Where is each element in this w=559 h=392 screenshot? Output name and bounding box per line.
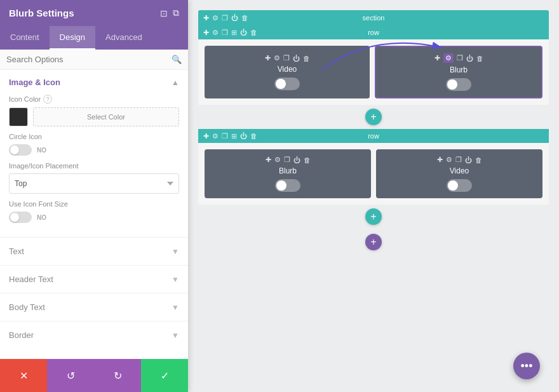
section-text-header[interactable]: Text ▼ <box>0 237 188 265</box>
section-image-icon-title: Image & Icon <box>9 78 60 87</box>
row-bar-1: ✚ ⚙ ❐ ⊞ ⏻ 🗑 row <box>198 25 549 39</box>
blurb2-power-icon[interactable]: ⏻ <box>293 156 300 164</box>
section-image-icon-header[interactable]: Image & Icon ▲ <box>0 70 188 92</box>
video2-gear-icon[interactable]: ⚙ <box>446 156 452 164</box>
placement-label: Image/Icon Placement <box>9 162 179 170</box>
settings-panel: Blurb Settings ⊡ ⧉ Content Design Advanc… <box>0 0 188 392</box>
module-card-blurb-2-label: Blurb <box>279 166 297 175</box>
module-video2-icons: ✚ ⚙ ❐ ⏻ 🗑 <box>437 156 482 164</box>
module-video2-toggle[interactable] <box>447 179 472 192</box>
row2-col-icon[interactable]: ⊞ <box>231 132 237 140</box>
use-icon-font-size-toggle[interactable] <box>9 212 32 223</box>
row-1-label: row <box>368 29 379 36</box>
video2-power-icon[interactable]: ⏻ <box>465 156 472 164</box>
canvas-area: ✚ ⚙ ❐ ⏻ 🗑 section ✚ ⚙ ❐ ⊞ ⏻ 🗑 row <box>188 0 559 392</box>
row2-gear-icon[interactable]: ⚙ <box>212 132 219 140</box>
video2-add-icon[interactable]: ✚ <box>437 156 443 164</box>
add-row-circle-1[interactable]: + <box>365 109 382 125</box>
icon-color-help[interactable]: ? <box>43 95 52 104</box>
reset-button[interactable]: ↺ <box>47 359 94 392</box>
search-input[interactable] <box>6 55 172 64</box>
section-border-title: Border <box>9 330 34 340</box>
section-trash-icon[interactable]: 🗑 <box>241 14 248 22</box>
modules-row-1: ✚ ⚙ ❐ ⏻ 🗑 Video ✚ ⚙ ❐ <box>198 39 549 105</box>
row1-power-icon[interactable]: ⏻ <box>240 29 247 36</box>
circle-icon-label: Circle Icon <box>9 133 179 140</box>
video2-copy-icon[interactable]: ❐ <box>455 156 462 164</box>
mod1-gear-icon[interactable]: ⚙ <box>274 54 280 62</box>
blurb2-copy-icon[interactable]: ❐ <box>284 156 290 164</box>
mod1-power-icon[interactable]: ⏻ <box>293 55 300 62</box>
placement-select[interactable]: Top Left Right Bottom <box>9 173 179 194</box>
row1-add-icon[interactable]: ✚ <box>203 29 209 37</box>
section-body-text-header[interactable]: Body Text ▼ <box>0 293 188 321</box>
icon-color-label: Icon Color ? <box>9 95 179 104</box>
module-blurb2-toggle[interactable] <box>275 179 300 192</box>
row1-gear-icon[interactable]: ⚙ <box>212 29 219 37</box>
row-2-label: row <box>368 132 379 140</box>
circle-icon-toggle-label: NO <box>37 147 46 154</box>
module-1-toggle[interactable] <box>274 78 300 90</box>
section-label: section <box>363 14 385 22</box>
tab-advanced[interactable]: Advanced <box>95 26 152 50</box>
module-card-blurb-1-label: Blurb <box>450 65 468 74</box>
blurb2-gear-icon[interactable]: ⚙ <box>274 156 281 164</box>
section-power-icon[interactable]: ⏻ <box>231 14 238 22</box>
mod1-add-icon[interactable]: ✚ <box>265 54 271 62</box>
save-button[interactable]: ✓ <box>141 359 188 392</box>
add-section-button[interactable]: + <box>365 234 382 250</box>
redo-button[interactable]: ↻ <box>94 359 141 392</box>
section-bar: ✚ ⚙ ❐ ⏻ 🗑 section <box>198 10 549 25</box>
blurb1-add-icon[interactable]: ✚ <box>434 54 440 62</box>
tab-design[interactable]: Design <box>50 26 95 50</box>
blurb2-trash-icon[interactable]: 🗑 <box>304 156 311 164</box>
module-blurb-1-toggle[interactable] <box>446 78 471 91</box>
section-gear-icon[interactable]: ⚙ <box>212 14 219 22</box>
row2-power-icon[interactable]: ⏻ <box>240 132 247 140</box>
blurb1-trash-icon[interactable]: 🗑 <box>476 55 483 62</box>
select-color-button[interactable]: Select Color <box>33 107 179 126</box>
add-section-area: + <box>198 231 549 253</box>
cancel-button[interactable]: ✕ <box>0 359 47 392</box>
mod1-trash-icon[interactable]: 🗑 <box>303 55 310 62</box>
blurb1-copy-icon[interactable]: ❐ <box>457 54 463 62</box>
module-card-video-1: ✚ ⚙ ❐ ⏻ 🗑 Video <box>205 46 370 98</box>
panel-tabs: Content Design Advanced <box>0 26 188 50</box>
row2-copy-icon[interactable]: ❐ <box>222 132 228 140</box>
section-copy-icon[interactable]: ❐ <box>222 14 228 22</box>
border-chevron-down-icon: ▼ <box>172 331 179 340</box>
row1-trash-icon[interactable]: 🗑 <box>250 29 257 36</box>
header-text-chevron-down-icon: ▼ <box>172 275 179 284</box>
blurb2-add-icon[interactable]: ✚ <box>266 156 271 164</box>
row1-copy-icon[interactable]: ❐ <box>222 29 228 37</box>
section-add-icon[interactable]: ✚ <box>203 14 209 22</box>
section-image-icon-content: Icon Color ? Select Color Circle Icon NO… <box>0 92 188 237</box>
section-border-header[interactable]: Border ▼ <box>0 321 188 349</box>
add-row-circle-2[interactable]: + <box>365 208 382 225</box>
color-swatch[interactable] <box>9 107 28 126</box>
row1-col-icon[interactable]: ⊞ <box>231 29 237 37</box>
use-icon-font-size-label: Use Icon Font Size <box>9 200 179 208</box>
mod1-copy-icon[interactable]: ❐ <box>283 54 290 62</box>
section-body-text-title: Body Text <box>9 302 45 312</box>
circle-icon-toggle[interactable] <box>9 144 32 156</box>
panel-title: Blurb Settings <box>9 8 74 18</box>
module-card-video-1-label: Video <box>278 65 297 74</box>
blurb1-power-icon[interactable]: ⏻ <box>466 55 473 62</box>
panel-footer: ✕ ↺ ↻ ✓ <box>0 359 188 392</box>
toggle-knob <box>10 145 19 154</box>
sync-icon[interactable]: ⊡ <box>160 8 168 18</box>
row2-trash-icon[interactable]: 🗑 <box>250 132 257 140</box>
icon-color-row: Select Color <box>9 107 179 126</box>
placement-select-row: Top Left Right Bottom <box>9 173 179 194</box>
blurb1-gear-icon[interactable]: ⚙ <box>443 53 454 63</box>
search-bar: 🔍 <box>0 50 188 70</box>
circle-icon-toggle-row: NO <box>9 144 179 156</box>
section-header-text-header[interactable]: Header Text ▼ <box>0 265 188 293</box>
expand-icon[interactable]: ⧉ <box>173 8 179 18</box>
row-bar-2: ✚ ⚙ ❐ ⊞ ⏻ 🗑 row <box>198 129 549 143</box>
tab-content[interactable]: Content <box>0 26 50 50</box>
fab-button[interactable]: ••• <box>513 353 540 379</box>
row2-add-icon[interactable]: ✚ <box>203 132 209 140</box>
video2-trash-icon[interactable]: 🗑 <box>475 156 482 164</box>
